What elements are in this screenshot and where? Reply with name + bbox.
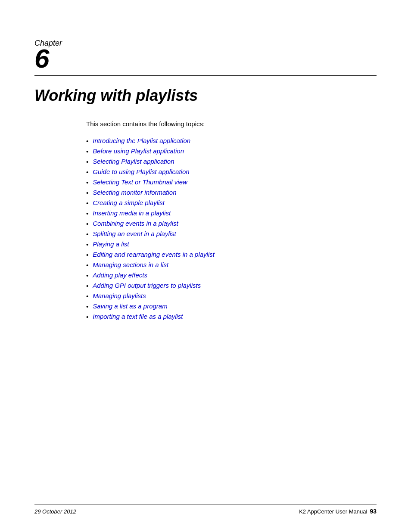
toc-item: •Adding GPI output triggers to playlists bbox=[86, 282, 377, 289]
link-introducing[interactable]: Introducing the Playlist application bbox=[93, 137, 190, 144]
bullet-icon: • bbox=[86, 179, 88, 186]
toc-item: •Saving a list as a program bbox=[86, 302, 377, 310]
toc-item: •Splitting an event in a playlist bbox=[86, 230, 377, 238]
toc-item: •Guide to using Playlist application bbox=[86, 168, 377, 176]
bullet-icon: • bbox=[86, 272, 88, 279]
link-playing[interactable]: Playing a list bbox=[93, 240, 129, 248]
link-importing[interactable]: Importing a text file as a playlist bbox=[93, 313, 183, 320]
bullet-icon: • bbox=[86, 168, 88, 176]
footer-date: 29 October 2012 bbox=[34, 508, 76, 515]
toc-item: •Selecting Text or Thumbnail view bbox=[86, 178, 377, 186]
link-editing[interactable]: Editing and rearranging events in a play… bbox=[93, 251, 215, 258]
bullet-icon: • bbox=[86, 292, 88, 300]
bullet-icon: • bbox=[86, 210, 88, 217]
bullet-icon: • bbox=[86, 199, 88, 207]
toc-item: •Playing a list bbox=[86, 240, 377, 248]
toc-item: •Adding play effects bbox=[86, 271, 377, 279]
toc-item: •Before using Playlist application bbox=[86, 147, 377, 155]
footer-page: 93 bbox=[370, 508, 377, 515]
bullet-icon: • bbox=[86, 313, 88, 320]
link-inserting[interactable]: Inserting media in a playlist bbox=[93, 209, 171, 217]
link-splitting[interactable]: Splitting an event in a playlist bbox=[93, 230, 176, 237]
toc-item: •Managing playlists bbox=[86, 292, 377, 300]
toc-item: •Managing sections in a list bbox=[86, 261, 377, 269]
bullet-icon: • bbox=[86, 230, 88, 238]
link-adding-gpi[interactable]: Adding GPI output triggers to playlists bbox=[93, 282, 201, 289]
toc-item: •Selecting Playlist application bbox=[86, 158, 377, 165]
bullet-icon: • bbox=[86, 251, 88, 258]
bullet-icon: • bbox=[86, 189, 88, 196]
chapter-number: 6 bbox=[34, 45, 49, 72]
content-area: This section contains the following topi… bbox=[86, 120, 377, 320]
toc-item: •Importing a text file as a playlist bbox=[86, 313, 377, 320]
bullet-icon: • bbox=[86, 303, 88, 310]
page-container: Chapter 6 Working with playlists This se… bbox=[0, 0, 411, 532]
footer: 29 October 2012 K2 AppCenter User Manual… bbox=[34, 504, 377, 515]
footer-right: K2 AppCenter User Manual 93 bbox=[299, 508, 377, 515]
toc-item: •Combining events in a playlist bbox=[86, 220, 377, 227]
toc-item: •Inserting media in a playlist bbox=[86, 209, 377, 217]
toc-list: •Introducing the Playlist application•Be… bbox=[86, 137, 377, 320]
bullet-icon: • bbox=[86, 158, 88, 165]
bullet-icon: • bbox=[86, 220, 88, 227]
link-guide[interactable]: Guide to using Playlist application bbox=[93, 168, 189, 175]
link-adding-play[interactable]: Adding play effects bbox=[93, 271, 147, 279]
link-before[interactable]: Before using Playlist application bbox=[93, 147, 184, 155]
intro-text: This section contains the following topi… bbox=[86, 120, 377, 128]
link-selecting-monitor[interactable]: Selecting monitor information bbox=[93, 189, 176, 196]
link-managing-playlists[interactable]: Managing playlists bbox=[93, 292, 146, 299]
toc-item: •Creating a simple playlist bbox=[86, 199, 377, 207]
bullet-icon: • bbox=[86, 137, 88, 145]
divider bbox=[34, 75, 377, 76]
toc-item: •Selecting monitor information bbox=[86, 189, 377, 196]
chapter-label-wrap: Chapter 6 bbox=[34, 39, 62, 72]
bullet-icon: • bbox=[86, 261, 88, 269]
link-creating[interactable]: Creating a simple playlist bbox=[93, 199, 165, 206]
page-title: Working with playlists bbox=[34, 87, 377, 105]
link-combining[interactable]: Combining events in a playlist bbox=[93, 220, 178, 227]
toc-item: •Editing and rearranging events in a pla… bbox=[86, 251, 377, 258]
bullet-icon: • bbox=[86, 241, 88, 248]
bullet-icon: • bbox=[86, 148, 88, 155]
footer-manual: K2 AppCenter User Manual bbox=[299, 508, 367, 515]
link-managing-sections[interactable]: Managing sections in a list bbox=[93, 261, 168, 268]
bullet-icon: • bbox=[86, 282, 88, 289]
link-selecting-text[interactable]: Selecting Text or Thumbnail view bbox=[93, 178, 187, 186]
chapter-header: Chapter 6 bbox=[34, 26, 377, 72]
link-saving[interactable]: Saving a list as a program bbox=[93, 302, 167, 310]
link-selecting-playlist[interactable]: Selecting Playlist application bbox=[93, 158, 174, 165]
toc-item: •Introducing the Playlist application bbox=[86, 137, 377, 145]
